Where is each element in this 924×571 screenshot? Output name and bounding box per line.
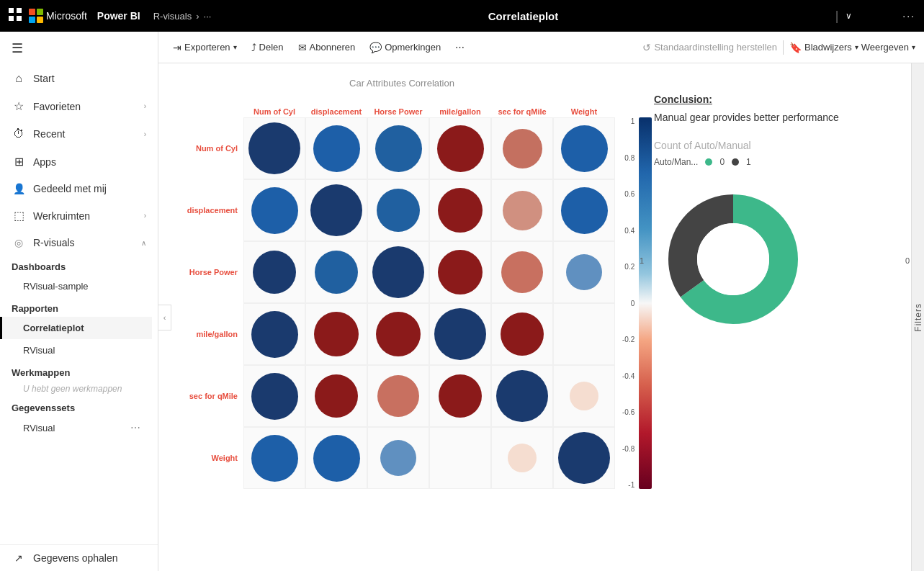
cell-2-5 (553, 241, 615, 303)
sidebar-item-workspaces[interactable]: ⬚ Werkruimten › (0, 202, 158, 230)
cell-0-2 (367, 117, 429, 179)
cell-2-3 (429, 241, 491, 303)
report-canvas: Car Attributes Correlation Num of Cyl di… (158, 63, 924, 571)
cell-0-0 (243, 117, 305, 179)
breadcrumb-more[interactable]: ··· (204, 11, 212, 22)
count-title: Count of Auto/Manual (654, 140, 895, 151)
toolbar-more-button[interactable]: ⋯ (449, 39, 470, 55)
sidebar-scroll-area: Dashboards RVisual-sample Rapporten Corr… (0, 256, 158, 439)
sidebar-workspaces-label: Werkruimten (33, 210, 137, 222)
topbar: Microsoft Power BI R-visuals › ··· Corre… (0, 0, 924, 32)
dataset-more-icon[interactable]: ⋯ (130, 422, 140, 433)
app-grid-icon[interactable] (9, 8, 22, 24)
export-chevron: ▾ (233, 43, 237, 51)
star-icon: ☆ (12, 99, 26, 113)
donut-label-0: 0 (905, 256, 910, 265)
cell-5-1 (305, 427, 367, 489)
sidebar: ☰ ⌂ Start ☆ Favorieten › ⏱ Recent › ⊞ Ap… (0, 32, 158, 571)
row-label-0: Num of Cyl (179, 144, 243, 153)
cell-5-3 (429, 427, 491, 489)
toolbar: ⇥ Exporteren ▾ ⤴ Delen ✉ Abonneren 💬 Opm… (158, 32, 924, 63)
correlation-plot: Car Attributes Correlation Num of Cyl di… (179, 78, 625, 557)
cell-5-2 (367, 427, 429, 489)
cell-2-0 (243, 241, 305, 303)
sidebar-item-apps[interactable]: ⊞ Apps (0, 148, 158, 176)
legend-dot-1 (732, 158, 739, 166)
sidebar-expanded-content: Dashboards RVisual-sample Rapporten Corr… (0, 256, 158, 439)
cell-3-0 (243, 303, 305, 365)
breadcrumb-item1[interactable]: R-visuals (153, 11, 192, 22)
sidebar-item-start[interactable]: ⌂ Start (0, 65, 158, 92)
sidebar-item-favorites[interactable]: ☆ Favorieten › (0, 92, 158, 120)
sidebar-sub-rvisual-ds[interactable]: RVisual ⋯ (0, 416, 152, 439)
col-header-4: sec for qMile (491, 96, 553, 117)
row-label-2: Horse Power (179, 268, 243, 276)
cell-5-0 (243, 427, 305, 489)
cell-0-3 (429, 117, 491, 179)
cell-2-1 (305, 241, 367, 303)
sidebar-start-label: Start (33, 73, 146, 84)
cell-2-4 (491, 241, 553, 303)
bookmarks-button[interactable]: 🔖 Bladwijzers ▾ (789, 42, 858, 53)
restore-button[interactable]: ↺ Standaardinstelling herstellen (642, 42, 777, 53)
cell-2-2 (367, 241, 429, 303)
bookmarks-chevron: ▾ (855, 43, 858, 51)
cell-5-5 (553, 427, 615, 489)
cell-4-0 (243, 365, 305, 427)
col-headers: Num of Cyl displacement Horse Power mile… (179, 96, 615, 117)
sidebar-section-dashboards: Dashboards (0, 256, 152, 275)
sidebar-item-rvisuals[interactable]: ◎ R-visuals ∧ (0, 230, 158, 256)
export-button[interactable]: ⇥ Exporteren ▾ (167, 39, 243, 56)
title-chevron[interactable]: ∨ (845, 11, 852, 21)
scale-label-n04: -0.4 (622, 372, 634, 380)
left-collapse-icon: ‹ (163, 313, 166, 322)
recent-chevron: › (144, 130, 146, 138)
microsoft-logo: Microsoft (29, 9, 87, 23)
view-button[interactable]: Weergeven ▾ (861, 42, 915, 53)
conclusion-body: Manual gear provides better performance (654, 112, 839, 123)
scale-label-n02: -0.2 (622, 336, 634, 343)
plot-area: Num of Cyl displacement Horse Power mile… (179, 96, 625, 489)
col-header-3: mile/gallon (429, 96, 491, 117)
cell-1-5 (553, 179, 615, 241)
cell-4-1 (305, 365, 367, 427)
sidebar-sub-correlatieplot[interactable]: Correlatieplot (0, 317, 152, 339)
comments-icon: 💬 (369, 42, 382, 53)
sidebar-rvisuals-label: R-visuals (33, 237, 134, 248)
sidebar-apps-label: Apps (33, 156, 146, 168)
svg-rect-0 (9, 8, 14, 13)
filter-panel[interactable]: Filters (911, 63, 924, 571)
sidebar-toggle[interactable]: ☰ (0, 32, 158, 65)
legend-automan-label: Auto/Man... (654, 157, 698, 167)
sidebar-item-get-data[interactable]: ↗ Gegevens ophalen (0, 544, 158, 571)
sidebar-item-recent[interactable]: ⏱ Recent › (0, 120, 158, 148)
apps-icon: ⊞ (12, 155, 26, 168)
row-label-1: displacement (179, 206, 243, 215)
cell-0-5 (553, 117, 615, 179)
scale-label-04: 0.4 (622, 227, 634, 235)
subscribe-button[interactable]: ✉ Abonneren (292, 39, 362, 56)
svg-rect-1 (17, 8, 22, 13)
cell-3-3 (429, 303, 491, 365)
left-collapse-button[interactable]: ‹ (158, 305, 171, 331)
scale-container: 1 0.8 0.6 0.4 0.2 0 -0.2 -0.4 -0.6 -0. (622, 117, 652, 489)
sidebar-sub-rvisual-report[interactable]: RVisual (0, 339, 152, 361)
restore-icon: ↺ (642, 42, 651, 53)
sidebar-item-shared[interactable]: 👤 Gedeeld met mij (0, 176, 158, 202)
sidebar-section-datasets: Gegevenssets (0, 397, 152, 416)
export-label: Exporteren (184, 42, 230, 53)
title-divider: | (835, 9, 839, 24)
comments-label: Opmerkingen (385, 42, 441, 53)
content-wrapper: ⇥ Exporteren ▾ ⤴ Delen ✉ Abonneren 💬 Opm… (158, 32, 924, 571)
share-button[interactable]: ⤴ Delen (246, 39, 290, 56)
cell-3-4 (491, 303, 553, 365)
conclusion-title: Conclusion: (654, 92, 895, 107)
sidebar-sub-rvisual-sample[interactable]: RVisual-sample (0, 275, 152, 297)
conclusion-text: Conclusion: Manual gear provides better … (654, 92, 895, 125)
scale-label-n08: -0.8 (622, 445, 634, 453)
comments-button[interactable]: 💬 Opmerkingen (364, 39, 447, 56)
logo-squares (29, 9, 43, 23)
more-options-button[interactable]: ··· (902, 10, 915, 22)
share-icon: ⤴ (251, 42, 256, 53)
cell-0-1 (305, 117, 367, 179)
